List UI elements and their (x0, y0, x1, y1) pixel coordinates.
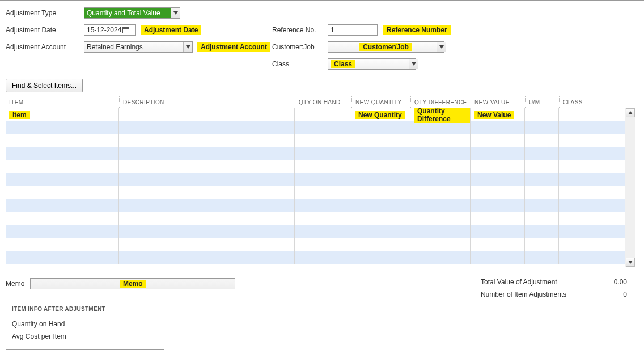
item-info-panel: ITEM INFO AFTER ADJUSTMENT Quantity on H… (6, 301, 164, 350)
new-quantity-annotation: New Quantity (355, 111, 405, 119)
customer-job-select[interactable]: Customer/Job (328, 41, 444, 53)
svg-marker-6 (628, 111, 633, 114)
item-info-avg-cost: Avg Cost per Item (12, 332, 158, 340)
memo-annotation: Memo (120, 280, 146, 288)
adjustment-type-label: Adjustment Type (6, 9, 79, 17)
reference-no-label: Reference No. (272, 26, 322, 34)
memo-input[interactable]: Memo (30, 278, 235, 289)
chevron-down-icon (183, 42, 192, 52)
table-row[interactable] (6, 134, 635, 147)
grid-header: Item Description Qty on Hand New Quantit… (6, 96, 635, 108)
svg-marker-4 (439, 45, 444, 49)
scroll-down-icon[interactable] (626, 258, 635, 267)
chevron-down-icon (409, 59, 418, 69)
col-header-description[interactable]: Description (119, 96, 295, 108)
table-row[interactable] (6, 225, 635, 238)
adjustment-date-annotation: Adjustment Date (141, 25, 201, 35)
scroll-up-icon[interactable] (626, 108, 635, 117)
adjustment-account-select[interactable]: Retained Earnings (84, 41, 193, 53)
svg-rect-2 (123, 28, 129, 29)
find-select-items-button[interactable]: Find & Select Items... (6, 79, 83, 92)
chevron-down-icon (437, 42, 446, 52)
svg-marker-5 (412, 62, 416, 66)
adjustment-account-annotation: Adjustment Account (197, 42, 270, 52)
item-annotation: Item (9, 111, 30, 119)
qty-difference-annotation: Quantity Difference (414, 108, 470, 123)
adjustment-type-select[interactable]: Quantity and Total Value (84, 7, 180, 19)
svg-marker-3 (186, 45, 190, 49)
num-adjustments: 0 (623, 288, 627, 301)
table-row[interactable] (6, 238, 635, 251)
reference-no-input[interactable]: 1 (328, 24, 378, 36)
svg-marker-7 (628, 261, 633, 264)
table-row[interactable]: Item New Quantity Quantity Difference Ne… (6, 108, 635, 121)
table-row[interactable] (6, 199, 635, 212)
col-header-um[interactable]: U/M (525, 96, 559, 108)
table-row[interactable] (6, 173, 635, 186)
adjustment-date-input[interactable]: 15-12-2024 (84, 24, 136, 36)
total-value-label: Total Value of Adjustment (481, 276, 557, 288)
new-value-annotation: New Value (474, 111, 514, 119)
table-row[interactable] (6, 121, 635, 134)
table-row[interactable] (6, 160, 635, 173)
reference-no-annotation: Reference Number (383, 25, 451, 35)
col-header-qty-on-hand[interactable]: Qty on Hand (295, 96, 351, 108)
scrollbar[interactable] (625, 108, 635, 267)
col-header-qty-difference[interactable]: Qty Difference (410, 96, 471, 108)
total-value: 0.00 (614, 276, 627, 288)
svg-marker-0 (173, 11, 178, 15)
table-row[interactable] (6, 251, 635, 264)
col-header-item[interactable]: Item (6, 96, 119, 108)
class-select[interactable]: Class (328, 58, 416, 70)
adjustment-date-label: Adjustment Date (6, 26, 79, 34)
chevron-down-icon (171, 8, 180, 18)
customer-job-label: Customer:Job (272, 43, 322, 51)
grid-body[interactable]: Item New Quantity Quantity Difference Ne… (6, 108, 635, 267)
table-row[interactable] (6, 212, 635, 225)
table-row[interactable] (6, 147, 635, 160)
col-header-class[interactable]: Class (559, 96, 621, 108)
item-info-qty-on-hand: Quantity on Hand (12, 320, 158, 328)
num-adjustments-label: Number of Item Adjustments (481, 288, 566, 301)
memo-label: Memo (6, 280, 24, 288)
col-header-new-value[interactable]: New Value (471, 96, 525, 108)
class-label: Class (272, 60, 322, 68)
item-info-header: ITEM INFO AFTER ADJUSTMENT (12, 306, 158, 312)
adjustment-account-label: Adjustment Account (6, 43, 79, 51)
calendar-icon[interactable] (121, 25, 130, 35)
table-row[interactable] (6, 186, 635, 199)
col-header-new-quantity[interactable]: New Quantity (351, 96, 410, 108)
